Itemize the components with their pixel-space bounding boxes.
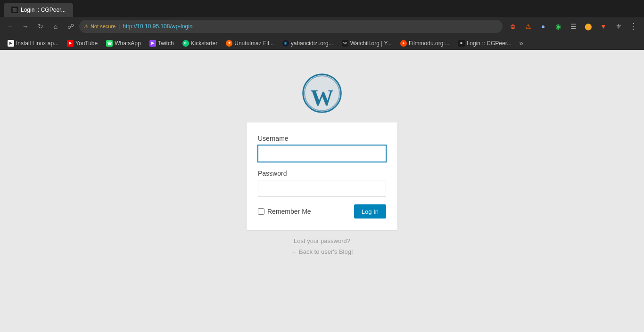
form-bottom-row: Remember Me Log In [258, 204, 386, 219]
bookmark-yabancidizi[interactable]: ◉ yabancidizi.org... [279, 39, 337, 48]
yabancidizi-favicon: ◉ [282, 40, 289, 47]
remember-me-text: Remember Me [267, 208, 311, 215]
forward-button[interactable]: → [19, 20, 32, 33]
tab-bar: ⬛ Login :: CGPeer... [0, 0, 644, 17]
bookmark-youtube[interactable]: ▶ YouTube [63, 39, 101, 48]
stats-icon[interactable]: ☰ [567, 20, 580, 33]
install-linux-favicon: ▶ [8, 40, 14, 47]
bookmark-unutulmaz[interactable]: ★ Unutulmaz Fil... [222, 39, 277, 48]
back-to-blog-link[interactable]: ← Back to user's Blog! [291, 248, 353, 255]
bookmark-label: Filmmodu.org:... [409, 40, 450, 47]
bookmark-kickstarter[interactable]: K Kickstarter [179, 39, 222, 48]
bookmark-label: Login :: CGPeer... [467, 40, 512, 47]
vpn-icon[interactable]: ◉ [552, 20, 565, 33]
brave-icon[interactable]: ♔ [506, 20, 520, 33]
bookmark-label: Twitch [158, 40, 174, 47]
kickstarter-favicon: K [182, 40, 189, 47]
brave-rewards-icon[interactable]: ▼ [597, 20, 610, 33]
login-button[interactable]: Log In [354, 204, 386, 219]
toolbar: ← → ↻ ⌂ ☍ ⚠ Not secure | http://10.10.95… [0, 17, 644, 36]
username-label: Username [258, 135, 386, 142]
address-url: http://10.10.95.108/wp-login [123, 23, 498, 30]
bookmark-label: yabancidizi.org... [291, 40, 333, 47]
page-content: W Username Password Remember Me Log In L… [0, 50, 644, 332]
password-input[interactable] [258, 180, 386, 197]
wallet-icon[interactable]: ⬤ [582, 20, 595, 33]
bookmark-button[interactable]: ☍ [64, 20, 77, 33]
bookmark-label: YouTube [75, 40, 98, 47]
twitch-favicon: ▶ [149, 40, 156, 47]
bookmark-install-linux[interactable]: ▶ Install Linux ap... [4, 39, 62, 48]
bookmark-whatsapp[interactable]: ☎ WhatsApp [102, 39, 144, 48]
remember-me-label: Remember Me [258, 208, 311, 215]
login-card: Username Password Remember Me Log In [247, 122, 397, 230]
unutulmaz-favicon: ★ [226, 40, 232, 47]
browser-chrome: ⬛ Login :: CGPeer... ← → ↻ ⌂ ☍ ⚠ Not sec… [0, 0, 644, 50]
more-bookmarks-button[interactable]: » [516, 38, 526, 49]
address-divider: | [118, 23, 120, 30]
bookmark-label: Watchill.org | Y... [350, 40, 392, 47]
active-tab[interactable]: ⬛ Login :: CGPeer... [4, 3, 73, 17]
watchhill-favicon: W [342, 40, 348, 47]
tab-favicon: ⬛ [11, 7, 18, 13]
username-input[interactable] [258, 145, 386, 162]
wordpress-logo: W [302, 73, 342, 113]
remember-me-checkbox[interactable] [258, 208, 264, 215]
bookmark-label: Kickstarter [191, 40, 218, 47]
security-label: Not secure [91, 24, 116, 29]
below-card-links: Lost your password? ← Back to user's Blo… [291, 237, 353, 259]
puzzle-icon[interactable]: ⚜ [612, 20, 625, 33]
warning-icon: ⚠ [84, 24, 89, 30]
cgpeer-favicon: ■ [458, 40, 465, 47]
back-button[interactable]: ← [4, 20, 17, 33]
toolbar-icons: ♔ ⚠ ● ◉ ☰ ⬤ ▼ ⚜ ⋮ [506, 20, 640, 33]
bookmark-twitch[interactable]: ▶ Twitch [146, 39, 178, 48]
bookmark-watchhill[interactable]: W Watchill.org | Y... [338, 39, 396, 48]
svg-text:W: W [311, 85, 334, 111]
extensions-icon[interactable]: ● [537, 20, 550, 33]
security-warning: ⚠ Not secure [84, 24, 116, 30]
address-bar[interactable]: ⚠ Not secure | http://10.10.95.108/wp-lo… [79, 20, 503, 33]
shield-orange-icon[interactable]: ⚠ [521, 20, 535, 33]
whatsapp-favicon: ☎ [106, 40, 113, 47]
home-button[interactable]: ⌂ [49, 20, 62, 33]
password-group: Password [258, 170, 386, 197]
password-label: Password [258, 170, 386, 177]
filmmodu-favicon: ● [400, 40, 407, 47]
menu-button[interactable]: ⋮ [627, 20, 640, 33]
username-group: Username [258, 135, 386, 162]
youtube-favicon: ▶ [67, 40, 74, 47]
bookmark-filmmodu[interactable]: ● Filmmodu.org:... [396, 39, 454, 48]
bookmark-label: WhatsApp [115, 40, 140, 47]
reload-button[interactable]: ↻ [34, 20, 47, 33]
bookmark-label: Unutulmaz Fil... [234, 40, 273, 47]
lost-password-link[interactable]: Lost your password? [291, 237, 353, 244]
bookmark-label: Install Linux ap... [16, 40, 58, 47]
bookmark-cgpeer[interactable]: ■ Login :: CGPeer... [454, 39, 515, 48]
tab-title: Login :: CGPeer... [21, 7, 66, 13]
bookmarks-bar: ▶ Install Linux ap... ▶ YouTube ☎ WhatsA… [0, 36, 644, 50]
